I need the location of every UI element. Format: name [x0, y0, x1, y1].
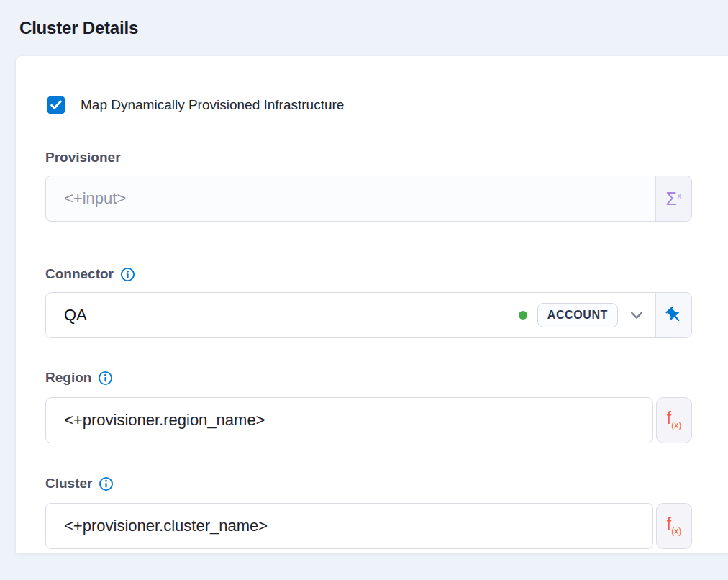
cluster-expression-button[interactable]: f(x): [656, 503, 692, 549]
map-dynamic-infra-checkbox-row[interactable]: Map Dynamically Provisioned Infrastructu…: [47, 96, 344, 114]
fx-expression-icon: f(x): [667, 410, 681, 430]
provisioner-input[interactable]: [46, 176, 655, 221]
cluster-input[interactable]: [45, 503, 653, 549]
provisioner-label: Provisioner: [45, 150, 121, 166]
cluster-info-icon[interactable]: [99, 476, 114, 491]
provisioner-label-row: Provisioner: [45, 149, 728, 166]
connector-select[interactable]: QA ACCOUNT: [46, 293, 655, 337]
cluster-input-group: f(x): [45, 503, 728, 549]
region-input-group: f(x): [45, 397, 728, 443]
checkbox-checked-icon[interactable]: [47, 96, 65, 114]
connector-info-icon[interactable]: [120, 267, 135, 282]
chevron-down-icon: [630, 312, 643, 320]
fx-expression-icon: f(x): [667, 516, 681, 536]
connector-select-group: QA ACCOUNT: [45, 292, 692, 338]
connector-label: Connector: [45, 266, 114, 282]
cluster-field: Cluster f(x): [45, 475, 728, 549]
cluster-details-card: Map Dynamically Provisioned Infrastructu…: [16, 56, 728, 553]
region-label-row: Region: [45, 369, 728, 386]
provisioner-field: Provisioner Σx: [45, 149, 728, 222]
connector-pin-button[interactable]: [655, 293, 691, 337]
checkbox-label: Map Dynamically Provisioned Infrastructu…: [81, 97, 344, 113]
region-expression-button[interactable]: f(x): [656, 397, 692, 443]
provisioner-input-group: Σx: [45, 176, 692, 222]
region-label: Region: [45, 370, 91, 386]
connector-value: QA: [64, 306, 87, 325]
connector-label-row: Connector: [45, 266, 728, 283]
pushpin-icon: [665, 306, 683, 325]
connector-field: Connector QA ACCOUNT: [45, 266, 728, 338]
region-info-icon[interactable]: [98, 371, 113, 386]
cluster-label: Cluster: [45, 476, 92, 491]
runtime-input-sigma-button[interactable]: Σx: [655, 176, 691, 221]
cluster-label-row: Cluster: [45, 475, 728, 492]
connector-scope-badge: ACCOUNT: [537, 303, 618, 327]
page-title: Cluster Details: [0, 0, 728, 37]
sigma-runtime-input-icon: Σx: [666, 190, 682, 208]
region-field: Region f(x): [45, 369, 728, 443]
region-input[interactable]: [45, 397, 653, 443]
check-icon: [50, 100, 62, 110]
connector-status-dot-icon: [519, 311, 527, 320]
